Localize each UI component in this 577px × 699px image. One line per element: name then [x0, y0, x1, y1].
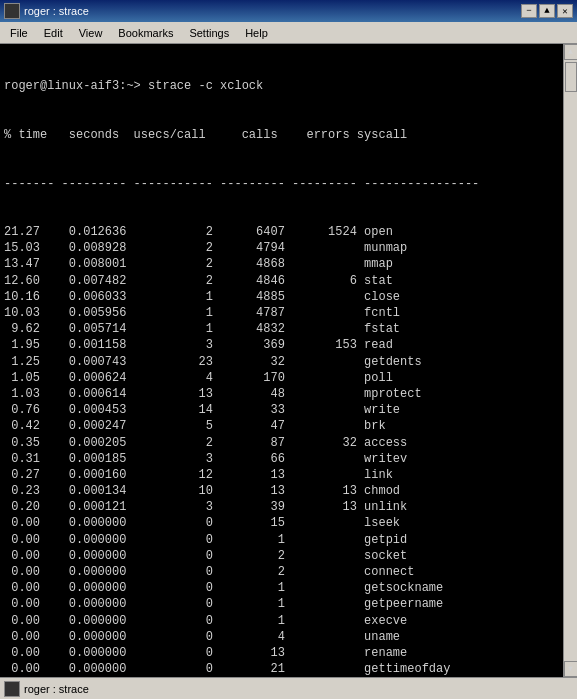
- minimize-button[interactable]: −: [521, 4, 537, 18]
- table-row: 0.00 0.000000 0 4 uname: [4, 629, 559, 645]
- window-icon: [4, 3, 20, 19]
- menu-help[interactable]: Help: [237, 22, 276, 43]
- scroll-down-button[interactable]: ▼: [564, 661, 578, 677]
- table-row: 12.60 0.007482 2 4846 6 stat: [4, 273, 559, 289]
- header-line: % time seconds usecs/call calls errors s…: [4, 127, 559, 143]
- table-row: 0.00 0.000000 0 13 rename: [4, 645, 559, 661]
- maximize-button[interactable]: ▲: [539, 4, 555, 18]
- window: roger : strace − ▲ ✕ File Edit View Book…: [0, 0, 577, 699]
- table-row: 1.03 0.000614 13 48 mprotect: [4, 386, 559, 402]
- table-row: 13.47 0.008001 2 4868 mmap: [4, 256, 559, 272]
- title-bar-left: roger : strace: [4, 3, 89, 19]
- status-icon: [4, 681, 20, 697]
- table-row: 10.16 0.006033 1 4885 close: [4, 289, 559, 305]
- menu-view[interactable]: View: [71, 22, 111, 43]
- table-row: 0.00 0.000000 0 1 getsockname: [4, 580, 559, 596]
- scrollbar[interactable]: ▲ ▼: [563, 44, 577, 677]
- table-row: 0.42 0.000247 5 47 brk: [4, 418, 559, 434]
- table-row: 0.27 0.000160 12 13 link: [4, 467, 559, 483]
- close-button[interactable]: ✕: [557, 4, 573, 18]
- table-row: 0.35 0.000205 2 87 32 access: [4, 435, 559, 451]
- terminal-content: roger@linux-aif3:~> strace -c xclock % t…: [4, 46, 559, 224]
- menu-edit[interactable]: Edit: [36, 22, 71, 43]
- menu-bookmarks[interactable]: Bookmarks: [110, 22, 181, 43]
- table-row: 0.00 0.000000 0 21 gettimeofday: [4, 661, 559, 677]
- data-rows: 21.27 0.012636 2 6407 1524 open15.03 0.0…: [4, 224, 559, 677]
- prompt-line: roger@linux-aif3:~> strace -c xclock: [4, 78, 559, 94]
- table-row: 0.31 0.000185 3 66 writev: [4, 451, 559, 467]
- table-row: 10.03 0.005956 1 4787 fcntl: [4, 305, 559, 321]
- table-row: 21.27 0.012636 2 6407 1524 open: [4, 224, 559, 240]
- title-bar-controls: − ▲ ✕: [521, 4, 573, 18]
- table-row: 1.95 0.001158 3 369 153 read: [4, 337, 559, 353]
- table-row: 0.00 0.000000 0 15 lseek: [4, 515, 559, 531]
- table-row: 0.00 0.000000 0 1 getpid: [4, 532, 559, 548]
- table-row: 0.00 0.000000 0 1 execve: [4, 613, 559, 629]
- table-row: 0.00 0.000000 0 1 getpeername: [4, 596, 559, 612]
- table-row: 9.62 0.005714 1 4832 fstat: [4, 321, 559, 337]
- table-row: 0.00 0.000000 0 2 socket: [4, 548, 559, 564]
- table-row: 1.25 0.000743 23 32 getdents: [4, 354, 559, 370]
- menu-bar: File Edit View Bookmarks Settings Help: [0, 22, 577, 44]
- scroll-thumb[interactable]: [565, 62, 577, 92]
- table-row: 0.76 0.000453 14 33 write: [4, 402, 559, 418]
- separator-line: ------- --------- ----------- --------- …: [4, 176, 559, 192]
- table-row: 0.20 0.000121 3 39 13 unlink: [4, 499, 559, 515]
- table-row: 15.03 0.008928 2 4794 munmap: [4, 240, 559, 256]
- title-bar: roger : strace − ▲ ✕: [0, 0, 577, 22]
- table-row: 0.23 0.000134 10 13 13 chmod: [4, 483, 559, 499]
- status-bar: roger : strace: [0, 677, 577, 699]
- table-row: 0.00 0.000000 0 2 connect: [4, 564, 559, 580]
- menu-settings[interactable]: Settings: [181, 22, 237, 43]
- scroll-up-button[interactable]: ▲: [564, 44, 578, 60]
- terminal[interactable]: roger@linux-aif3:~> strace -c xclock % t…: [0, 44, 577, 677]
- menu-file[interactable]: File: [2, 22, 36, 43]
- status-text: roger : strace: [24, 683, 89, 695]
- title-bar-text: roger : strace: [24, 5, 89, 17]
- table-row: 1.05 0.000624 4 170 poll: [4, 370, 559, 386]
